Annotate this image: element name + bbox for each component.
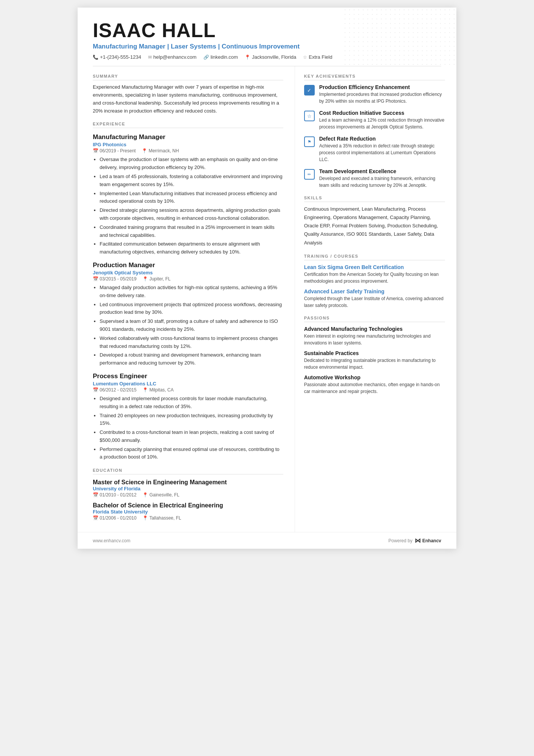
pin-edu-icon-1: 📍 [142, 492, 148, 498]
job-location-2: 📍 Jupiter, FL [142, 276, 170, 282]
bullet-1-6: Facilitated communication between depart… [100, 240, 283, 256]
right-column: KEY ACHIEVEMENTS ✓ Production Efficiency… [295, 66, 456, 532]
achievement-title-3: Defect Rate Reduction [319, 136, 445, 142]
footer: www.enhancv.com Powered by ⋈ Enhancv [78, 532, 456, 549]
achievement-icon-3: ⚑ [304, 136, 315, 147]
edu-school-1: University of Florida [93, 486, 283, 491]
training-item-2: Advanced Laser Safety Training Completed… [304, 288, 445, 309]
job-meta-2: 📅 03/2015 - 05/2019 📍 Jupiter, FL [93, 276, 283, 282]
phone-value: +1-(234)-555-1234 [100, 54, 141, 60]
pin-icon-3: 📍 [142, 387, 148, 393]
achievement-text-2: Led a team achieving a 12% cost reductio… [319, 117, 445, 130]
edu-degree-1: Master of Science in Engineering Managem… [93, 479, 283, 486]
bullet-2-1: Managed daily production activities for … [100, 284, 283, 300]
passion-desc-1: Keen interest in exploring new manufactu… [304, 333, 445, 346]
training-title-1: Lean Six Sigma Green Belt Certification [304, 264, 445, 270]
training-desc-2: Completed through the Laser Institute of… [304, 295, 445, 309]
link-icon: 🔗 [203, 55, 209, 60]
footer-website: www.enhancv.com [93, 538, 130, 543]
calendar-icon-2: 📅 [93, 276, 98, 282]
main-content: SUMMARY Experienced Manufacturing Manage… [78, 66, 456, 532]
job-company-1: IPG Photonics [93, 142, 283, 147]
achievement-title-1: Production Efficiency Enhancement [319, 84, 445, 90]
job-meta-3: 📅 06/2012 - 02/2015 📍 Milpitas, CA [93, 387, 283, 393]
pin-icon-2: 📍 [142, 276, 148, 282]
achievement-content-1: Production Efficiency Enhancement Implem… [319, 84, 445, 105]
email-icon: ✉ [148, 55, 152, 60]
powered-by-label: Powered by [389, 538, 412, 543]
calendar-icon-1: 📅 [93, 148, 98, 153]
passion-title-1: Advanced Manufacturing Technologies [304, 326, 445, 332]
achievement-text-3: Achieved a 35% reduction in defect rate … [319, 142, 445, 163]
header-section: ISAAC HALL Manufacturing Manager | Laser… [78, 8, 456, 66]
achievement-icon-2: ☆ [304, 111, 315, 121]
edu-meta-2: 📅 01/2006 - 01/2010 📍 Tallahassee, FL [93, 515, 283, 521]
skills-text: Continuous Improvement, Lean Manufacturi… [304, 205, 445, 247]
bullet-2-5: Developed a robust training and developm… [100, 351, 283, 367]
passion-title-3: Automotive Workshop [304, 374, 445, 380]
calendar-icon-3: 📅 [93, 387, 98, 393]
achievement-text-1: Implemented procedures that increased pr… [319, 91, 445, 105]
passion-item-1: Advanced Manufacturing Technologies Keen… [304, 326, 445, 346]
email-contact: ✉ help@enhancv.com [148, 54, 197, 60]
calendar-edu-icon-2: 📅 [93, 515, 98, 521]
job-location-3: 📍 Milpitas, CA [142, 387, 173, 393]
achievement-item-4: ✏ Team Development Excellence Developed … [304, 168, 445, 189]
footer-brand: Powered by ⋈ Enhancv [389, 537, 441, 544]
training-title-2: Advanced Laser Safety Training [304, 288, 445, 294]
extra-value: Extra Field [309, 54, 332, 60]
candidate-name: ISAAC HALL [93, 20, 441, 41]
enhancv-logo-icon: ⋈ [415, 537, 421, 544]
bullet-1-2: Led a team of 45 professionals, fosterin… [100, 173, 283, 189]
passion-desc-3: Passionate about automotive mechanics, o… [304, 381, 445, 395]
bullet-1-3: Implemented Lean Manufacturing initiativ… [100, 190, 283, 206]
passion-title-2: Sustainable Practices [304, 350, 445, 356]
job-meta-1: 📅 06/2019 - Present 📍 Merrimack, NH [93, 148, 283, 153]
contact-row: 📞 +1-(234)-555-1234 ✉ help@enhancv.com 🔗… [93, 54, 441, 60]
email-value: help@enhancv.com [153, 54, 197, 60]
extra-contact: ☆ Extra Field [303, 54, 332, 60]
job-company-3: Lumentum Operations LLC [93, 381, 283, 387]
bullet-3-1: Designed and implemented process control… [100, 395, 283, 411]
linkedin-contact: 🔗 linkedin.com [203, 54, 238, 60]
phone-icon: 📞 [93, 55, 98, 60]
passion-item-2: Sustainable Practices Dedicated to integ… [304, 350, 445, 371]
achievement-item-1: ✓ Production Efficiency Enhancement Impl… [304, 84, 445, 105]
star-icon: ☆ [303, 55, 307, 60]
bullet-1-5: Coordinated training programs that resul… [100, 224, 283, 239]
job-location-1: 📍 Merrimack, NH [142, 148, 179, 153]
training-section-title: TRAINING / COURSES [304, 254, 445, 260]
edu-school-2: Florida State University [93, 509, 283, 515]
achievement-item-3: ⚑ Defect Rate Reduction Achieved a 35% r… [304, 136, 445, 163]
location-value: Jacksonville, Florida [252, 54, 296, 60]
edu-location-2: 📍 Tallahassee, FL [142, 515, 181, 521]
experience-section-title: EXPERIENCE [93, 122, 283, 128]
job-date-3: 📅 06/2012 - 02/2015 [93, 387, 136, 393]
achievement-title-4: Team Development Excellence [319, 168, 445, 174]
bullet-2-2: Led continuous improvement projects that… [100, 301, 283, 317]
job-title-3: Process Engineer [93, 373, 283, 380]
job-bullets-1: Oversaw the production of laser systems … [93, 156, 283, 256]
job-title-1: Manufacturing Manager [93, 133, 283, 141]
summary-section-title: SUMMARY [93, 74, 283, 80]
passions-section-title: PASSIONS [304, 316, 445, 322]
education-section-title: EDUCATION [93, 468, 283, 474]
resume-page: ISAAC HALL Manufacturing Manager | Laser… [78, 8, 456, 549]
training-item-1: Lean Six Sigma Green Belt Certification … [304, 264, 445, 285]
skills-section-title: SKILLS [304, 196, 445, 202]
bullet-3-3: Contributed to a cross-functional team i… [100, 429, 283, 445]
summary-text: Experienced Manufacturing Manager with o… [93, 83, 283, 115]
achievement-icon-4: ✏ [304, 169, 315, 180]
training-desc-1: Certification from the American Society … [304, 271, 445, 285]
bullet-3-2: Trained 20 employees on new production t… [100, 412, 283, 428]
left-column: SUMMARY Experienced Manufacturing Manage… [78, 66, 295, 532]
job-bullets-3: Designed and implemented process control… [93, 395, 283, 461]
bullet-3-4: Performed capacity planning that ensured… [100, 446, 283, 462]
phone-contact: 📞 +1-(234)-555-1234 [93, 54, 141, 60]
bullet-1-4: Directed strategic planning sessions acr… [100, 207, 283, 222]
achievement-title-2: Cost Reduction Initiative Success [319, 110, 445, 116]
achievement-text-4: Developed and executed a training framew… [319, 175, 445, 189]
pin-icon-1: 📍 [142, 148, 147, 153]
location-icon: 📍 [245, 55, 250, 60]
candidate-subtitle: Manufacturing Manager | Laser Systems | … [93, 43, 441, 50]
